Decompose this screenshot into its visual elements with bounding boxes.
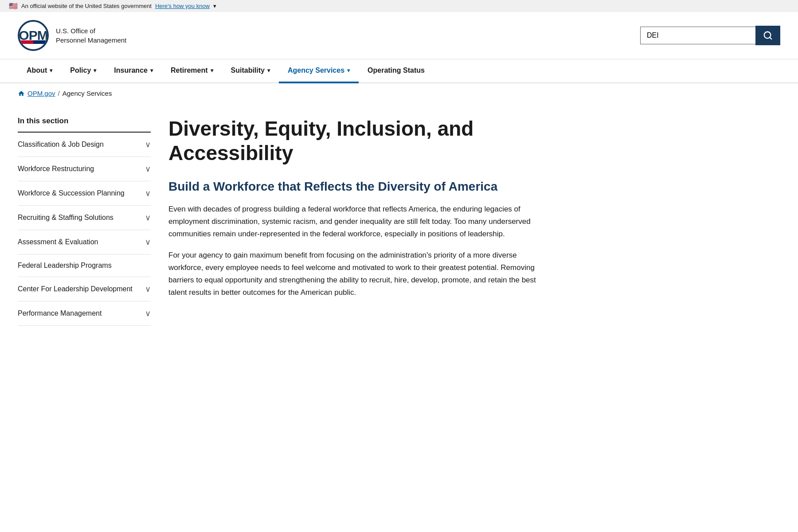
sidebar-item-restructuring[interactable]: Workforce Restructuring ∨: [18, 157, 151, 181]
page-title: Diversity, Equity, Inclusion, and Access…: [168, 117, 550, 165]
sidebar-item-center-leadership[interactable]: Center For Leadership Development ∨: [18, 277, 151, 301]
logo-area: OPM U.S. Office of Personnel Management: [18, 20, 126, 51]
agency-services-chevron-icon: ▾: [347, 67, 350, 74]
heres-how-link[interactable]: Here's how you know: [155, 3, 210, 9]
section-heading: Build a Workforce that Reflects the Dive…: [168, 179, 550, 195]
recruiting-chevron-icon: ∨: [145, 213, 151, 223]
insurance-chevron-icon: ▾: [150, 67, 153, 74]
about-chevron-icon: ▾: [50, 67, 52, 74]
official-text: An official website of the United States…: [21, 3, 152, 9]
nav-agency-services[interactable]: Agency Services ▾: [279, 59, 359, 83]
nav-operating-status[interactable]: Operating Status: [359, 59, 434, 83]
opm-logo[interactable]: OPM: [18, 20, 49, 51]
sidebar-item-label: Workforce & Succession Planning: [18, 189, 125, 197]
sidebar-item-assessment[interactable]: Assessment & Evaluation ∨: [18, 230, 151, 254]
gov-banner: 🇺🇸 An official website of the United Sta…: [0, 0, 798, 12]
sidebar-item-classification[interactable]: Classification & Job Design ∨: [18, 133, 151, 157]
nav-retirement[interactable]: Retirement ▾: [162, 59, 222, 83]
suitability-chevron-icon: ▾: [267, 67, 270, 74]
sidebar-item-label: Assessment & Evaluation: [18, 238, 98, 246]
sidebar-item-label: Center For Leadership Development: [18, 285, 133, 293]
search-input[interactable]: [640, 27, 755, 44]
paragraph-2: For your agency to gain maximum benefit …: [168, 249, 550, 299]
banner-chevron-icon: ▾: [213, 3, 216, 9]
succession-chevron-icon: ∨: [145, 188, 151, 198]
sidebar: In this section Classification & Job Des…: [18, 117, 151, 326]
org-line2: Personnel Management: [56, 35, 126, 45]
breadcrumb-separator: /: [58, 90, 60, 97]
sidebar-item-label: Classification & Job Design: [18, 141, 104, 149]
main-layout: In this section Classification & Job Des…: [0, 103, 621, 339]
nav-insurance[interactable]: Insurance ▾: [105, 59, 162, 83]
search-area: [640, 26, 780, 45]
sidebar-item-label: Recruiting & Staffing Solutions: [18, 214, 113, 222]
home-icon: [18, 90, 25, 97]
policy-chevron-icon: ▾: [94, 67, 96, 74]
sidebar-item-recruiting[interactable]: Recruiting & Staffing Solutions ∨: [18, 206, 151, 230]
main-nav: About ▾ Policy ▾ Insurance ▾ Retirement …: [0, 59, 798, 83]
org-line1: U.S. Office of: [56, 26, 126, 35]
sidebar-item-performance[interactable]: Performance Management ∨: [18, 301, 151, 326]
sidebar-item-label: Performance Management: [18, 309, 102, 317]
opm-circle: OPM: [18, 20, 49, 51]
site-header: OPM U.S. Office of Personnel Management: [0, 12, 798, 59]
opm-letters: OPM: [19, 28, 47, 43]
assessment-chevron-icon: ∨: [145, 237, 151, 247]
svg-line-1: [770, 37, 771, 39]
nav-suitability[interactable]: Suitability ▾: [222, 59, 279, 83]
nav-about[interactable]: About ▾: [18, 59, 61, 83]
sidebar-item-label: Federal Leadership Programs: [18, 262, 112, 270]
breadcrumb: OPM.gov / Agency Services: [0, 83, 798, 103]
sidebar-title: In this section: [18, 117, 151, 133]
retirement-chevron-icon: ▾: [211, 67, 213, 74]
us-flag-icon: 🇺🇸: [9, 3, 18, 9]
restructuring-chevron-icon: ∨: [145, 164, 151, 174]
nav-policy[interactable]: Policy ▾: [61, 59, 105, 83]
center-leadership-chevron-icon: ∨: [145, 284, 151, 294]
search-button[interactable]: [755, 26, 780, 45]
sidebar-item-federal-leadership[interactable]: Federal Leadership Programs: [18, 254, 151, 277]
sidebar-item-succession[interactable]: Workforce & Succession Planning ∨: [18, 181, 151, 206]
main-content: Diversity, Equity, Inclusion, and Access…: [168, 117, 550, 326]
paragraph-1: Even with decades of progress building a…: [168, 203, 550, 240]
breadcrumb-current: Agency Services: [63, 90, 112, 97]
performance-chevron-icon: ∨: [145, 309, 151, 318]
classification-chevron-icon: ∨: [145, 140, 151, 149]
search-icon: [763, 31, 773, 40]
sidebar-item-label: Workforce Restructuring: [18, 165, 94, 173]
opm-org-name: U.S. Office of Personnel Management: [56, 26, 126, 45]
breadcrumb-home-link[interactable]: OPM.gov: [27, 90, 55, 97]
